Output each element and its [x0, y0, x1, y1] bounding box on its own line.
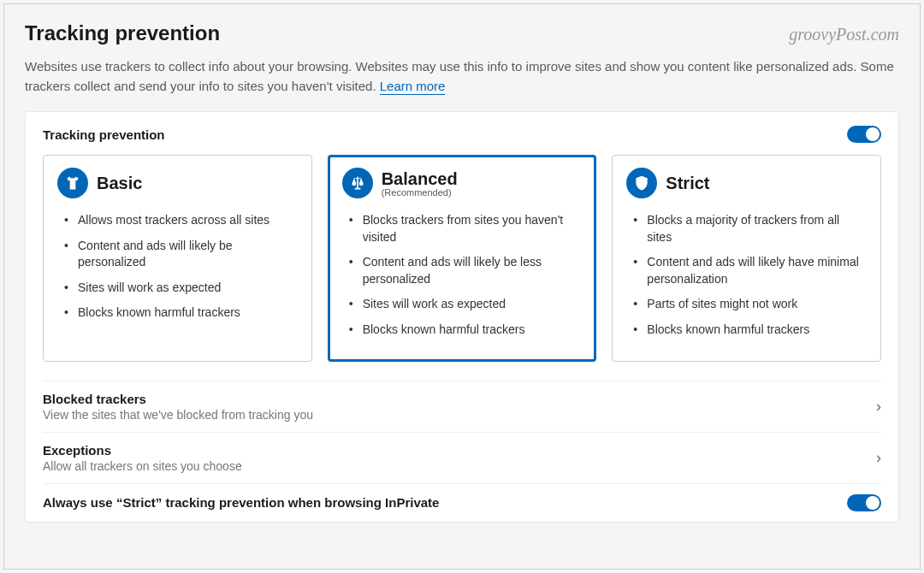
card-basic-header: Basic — [57, 168, 298, 198]
list-item: Blocks a majority of trackers from all s… — [633, 212, 867, 245]
exceptions-title: Exceptions — [43, 443, 242, 458]
watermark: groovyPost.com — [789, 25, 899, 44]
list-item: Blocks trackers from sites you haven't v… — [349, 212, 583, 245]
panel-header-label: Tracking prevention — [43, 127, 165, 142]
list-item: Blocks known harmful trackers — [349, 322, 583, 339]
tracking-toggle[interactable] — [847, 126, 881, 143]
list-item: Sites will work as expected — [64, 280, 298, 297]
learn-more-link[interactable]: Learn more — [380, 79, 446, 95]
card-balanced-subtitle: (Recommended) — [382, 187, 458, 198]
list-item: Allows most trackers across all sites — [64, 212, 298, 229]
shield-icon — [626, 168, 657, 198]
card-strict-header: Strict — [626, 168, 867, 198]
card-balanced-list: Blocks trackers from sites you haven't v… — [342, 212, 583, 339]
inprivate-strict-row: Always use “Strict” tracking prevention … — [43, 483, 881, 515]
scales-icon — [342, 168, 373, 198]
list-item: Blocks known harmful trackers — [633, 322, 867, 339]
inprivate-strict-toggle[interactable] — [847, 494, 881, 511]
chevron-right-icon: › — [876, 449, 881, 467]
settings-page: groovyPost.com Tracking prevention Websi… — [3, 3, 921, 570]
blocked-trackers-desc: View the sites that we've blocked from t… — [43, 408, 313, 422]
list-item: Sites will work as expected — [349, 296, 583, 313]
blocked-trackers-title: Blocked trackers — [43, 392, 313, 406]
page-title: Tracking prevention — [25, 21, 899, 45]
chevron-right-icon: › — [876, 398, 881, 416]
list-item: Content and ads will likely have minimal… — [633, 254, 867, 287]
card-basic-list: Allows most trackers across all sites Co… — [57, 212, 298, 322]
page-description: Websites use trackers to collect info ab… — [25, 57, 899, 96]
page-description-text: Websites use trackers to collect info ab… — [25, 59, 894, 93]
inprivate-strict-title: Always use “Strict” tracking prevention … — [43, 495, 439, 510]
exceptions-row[interactable]: Exceptions Allow all trackers on sites y… — [43, 432, 881, 483]
tshirt-icon — [57, 168, 88, 198]
blocked-trackers-row[interactable]: Blocked trackers View the sites that we'… — [43, 381, 881, 432]
list-item: Content and ads will likely be less pers… — [349, 254, 583, 287]
list-item: Content and ads will likely be personali… — [64, 238, 298, 271]
card-strict-list: Blocks a majority of trackers from all s… — [626, 212, 867, 339]
tracking-panel: Tracking prevention Basic Allows most tr… — [25, 111, 899, 523]
card-balanced[interactable]: Balanced (Recommended) Blocks trackers f… — [328, 155, 597, 362]
card-balanced-header: Balanced (Recommended) — [342, 168, 583, 198]
card-basic-title: Basic — [97, 174, 142, 193]
list-item: Parts of sites might not work — [633, 296, 867, 313]
panel-header: Tracking prevention — [43, 126, 881, 143]
card-basic[interactable]: Basic Allows most trackers across all si… — [43, 155, 312, 362]
level-cards: Basic Allows most trackers across all si… — [43, 155, 881, 362]
card-strict-title: Strict — [666, 174, 709, 193]
card-balanced-title: Balanced — [382, 169, 458, 189]
exceptions-desc: Allow all trackers on sites you choose — [43, 459, 242, 473]
list-item: Blocks known harmful trackers — [64, 304, 298, 322]
card-strict[interactable]: Strict Blocks a majority of trackers fro… — [612, 155, 881, 362]
